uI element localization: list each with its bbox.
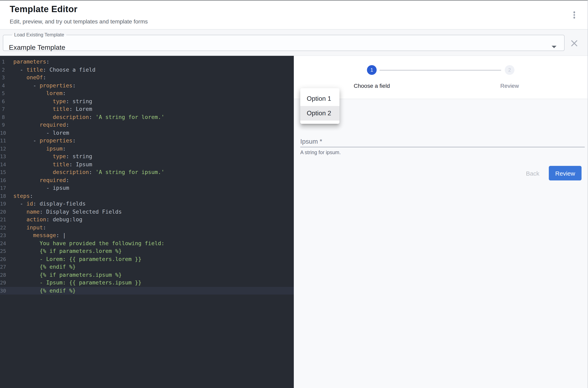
line-number: 17 bbox=[0, 184, 5, 192]
code-text: - lorem bbox=[13, 129, 69, 137]
code-text: - ipsum bbox=[13, 184, 69, 192]
ipsum-field-label: Ipsum * bbox=[300, 138, 322, 145]
code-text: - properties: bbox=[13, 81, 76, 89]
line-number: 8 bbox=[0, 113, 5, 121]
line-number: 22 bbox=[0, 223, 5, 231]
step-2-circle: 2 bbox=[505, 65, 514, 75]
line-number: 16 bbox=[0, 176, 5, 184]
code-line[interactable]: 8 description: 'A string for lorem.' bbox=[0, 113, 294, 121]
code-text: - properties: bbox=[13, 137, 76, 145]
code-line[interactable]: 18steps: bbox=[0, 192, 294, 200]
code-line[interactable]: 1parameters: bbox=[0, 58, 294, 66]
code-text: {% endif %} bbox=[13, 263, 76, 271]
code-text: required: bbox=[13, 176, 69, 184]
code-line[interactable]: 2 - title: Choose a field bbox=[0, 66, 294, 74]
code-text: oneOf: bbox=[13, 74, 46, 81]
line-number: 25 bbox=[0, 247, 5, 255]
code-line[interactable]: 9 required: bbox=[0, 121, 294, 129]
code-line[interactable]: 20 name: Display Selected Fields bbox=[0, 208, 294, 216]
line-number: 21 bbox=[0, 216, 5, 223]
code-text: {% endif %} bbox=[13, 287, 76, 294]
code-line[interactable]: 12 ipsum: bbox=[0, 145, 294, 152]
menu-item-option-2[interactable]: Option 2 bbox=[300, 106, 339, 121]
ipsum-field-helper: A string for ipsum. bbox=[300, 150, 341, 155]
arrow-drop-down-icon bbox=[552, 46, 556, 48]
code-lines: 1parameters:2 - title: Choose a field3 o… bbox=[0, 56, 294, 294]
step-1-label: Choose a field bbox=[331, 83, 412, 89]
code-line[interactable]: 15 description: 'A string for ipsum.' bbox=[0, 168, 294, 176]
code-text: lorem: bbox=[13, 89, 66, 97]
line-number: 7 bbox=[0, 105, 5, 113]
line-number: 18 bbox=[0, 192, 5, 200]
code-line[interactable]: 4 - properties: bbox=[0, 81, 294, 89]
code-line[interactable]: 28 {% if parameters.ipsum %} bbox=[0, 271, 294, 279]
code-line[interactable]: 6 type: string bbox=[0, 97, 294, 105]
code-line[interactable]: 11 - properties: bbox=[0, 137, 294, 145]
code-line[interactable]: 13 type: string bbox=[0, 152, 294, 160]
line-number: 12 bbox=[0, 145, 5, 152]
code-line[interactable]: 30 {% endif %} bbox=[0, 287, 294, 294]
line-number: 26 bbox=[0, 255, 5, 263]
page-title: Template Editor bbox=[10, 4, 77, 15]
line-number: 9 bbox=[0, 121, 5, 129]
back-button[interactable]: Back bbox=[520, 166, 545, 180]
close-icon bbox=[570, 39, 579, 48]
line-number: 28 bbox=[0, 271, 5, 279]
code-text: - id: display-fields bbox=[13, 200, 86, 208]
clear-template-button[interactable] bbox=[570, 39, 579, 48]
code-line[interactable]: 17 - ipsum bbox=[0, 184, 294, 192]
code-text: required: bbox=[13, 121, 69, 129]
code-line[interactable]: 5 lorem: bbox=[0, 89, 294, 97]
code-line[interactable]: 23 message: | bbox=[0, 231, 294, 239]
code-line[interactable]: 10 - lorem bbox=[0, 129, 294, 137]
code-text: type: string bbox=[13, 97, 92, 105]
code-line[interactable]: 24 You have provided the following field… bbox=[0, 239, 294, 247]
stepper-connector bbox=[379, 70, 501, 70]
kebab-dot bbox=[573, 17, 575, 19]
ipsum-field-input[interactable] bbox=[300, 147, 585, 147]
line-number: 14 bbox=[0, 160, 5, 168]
code-line[interactable]: 25 {% if parameters.lorem %} bbox=[0, 247, 294, 255]
line-number: 3 bbox=[0, 74, 5, 81]
code-line[interactable]: 16 required: bbox=[0, 176, 294, 184]
template-select[interactable]: Load Existing Template Example Template bbox=[3, 32, 565, 51]
kebab-dot bbox=[573, 14, 575, 16]
more-options-button[interactable] bbox=[569, 9, 580, 21]
code-line[interactable]: 19 - id: display-fields bbox=[0, 200, 294, 208]
select-menu: Option 1Option 2 bbox=[300, 88, 339, 124]
code-text: description: 'A string for lorem.' bbox=[13, 113, 164, 121]
review-button[interactable]: Review bbox=[549, 166, 582, 180]
template-editor-page: Template Editor Edit, preview, and try o… bbox=[0, 0, 588, 388]
code-line[interactable]: 21 action: debug:log bbox=[0, 216, 294, 223]
code-text: title: Ipsum bbox=[13, 160, 92, 168]
code-text: ipsum: bbox=[13, 145, 66, 152]
code-text: steps: bbox=[13, 192, 33, 200]
page-header: Template Editor Edit, preview, and try o… bbox=[0, 0, 588, 29]
code-text: title: Lorem bbox=[13, 105, 92, 113]
code-line[interactable]: 7 title: Lorem bbox=[0, 105, 294, 113]
code-line[interactable]: 27 {% endif %} bbox=[0, 263, 294, 271]
code-text: action: debug:log bbox=[13, 216, 82, 223]
code-line[interactable]: 26 - Lorem: {{ parameters.lorem }} bbox=[0, 255, 294, 263]
code-line[interactable]: 3 oneOf: bbox=[0, 74, 294, 81]
line-number: 4 bbox=[0, 81, 5, 89]
template-select-value: Example Template bbox=[9, 44, 65, 52]
code-line[interactable]: 22 input: bbox=[0, 223, 294, 231]
line-number: 10 bbox=[0, 129, 5, 137]
code-line[interactable]: 29 - Ipsum: {{ parameters.ipsum }} bbox=[0, 279, 294, 287]
line-number: 24 bbox=[0, 239, 5, 247]
code-text: You have provided the following field: bbox=[13, 239, 164, 247]
code-text: - Lorem: {{ parameters.lorem }} bbox=[13, 255, 141, 263]
line-number: 1 bbox=[0, 58, 5, 66]
line-number: 19 bbox=[0, 200, 5, 208]
code-editor[interactable]: 1parameters:2 - title: Choose a field3 o… bbox=[0, 56, 294, 388]
code-text: name: Display Selected Fields bbox=[13, 208, 122, 216]
template-select-label: Load Existing Template bbox=[12, 32, 66, 38]
code-text: {% if parameters.lorem %} bbox=[13, 247, 122, 255]
line-number: 13 bbox=[0, 152, 5, 160]
code-line[interactable]: 14 title: Ipsum bbox=[0, 160, 294, 168]
code-text: description: 'A string for ipsum.' bbox=[13, 168, 164, 176]
menu-item-option-1[interactable]: Option 1 bbox=[300, 92, 339, 106]
window-top-edge bbox=[0, 0, 588, 0]
code-text: {% if parameters.ipsum %} bbox=[13, 271, 122, 279]
